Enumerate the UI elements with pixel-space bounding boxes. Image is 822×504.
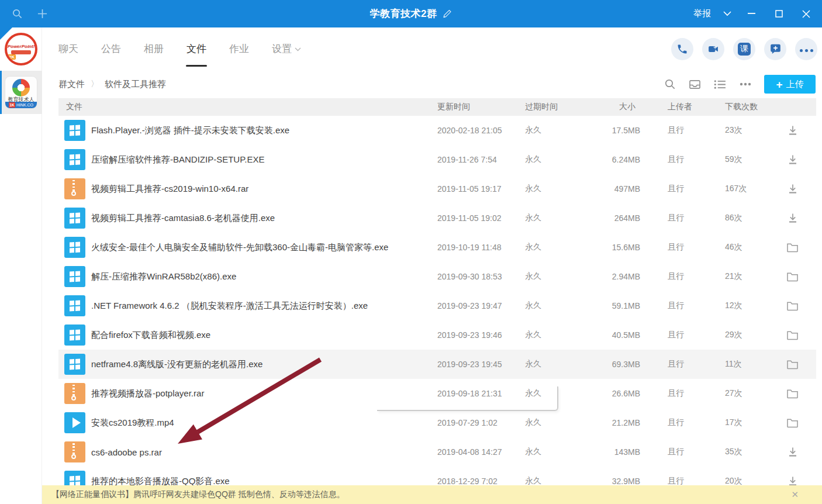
row-action-button[interactable] (786, 386, 800, 401)
avatar1-text: PowerPoint! (8, 44, 35, 49)
breadcrumb-root[interactable]: 群文件 (58, 79, 85, 90)
breadcrumb-current[interactable]: 软件及工具推荐 (105, 79, 166, 90)
maximize-button[interactable] (771, 6, 786, 22)
file-updated-time: 2019-11-05 19:02 (437, 213, 525, 223)
file-download-count: 167次 (704, 184, 762, 194)
table-row[interactable]: 解压-压缩推荐WinRAR58b2(x86).exe 2019-09-30 18… (58, 262, 816, 291)
course-button[interactable]: 课 (733, 38, 755, 60)
banner-close-icon[interactable]: ✕ (791, 489, 799, 500)
tab-settings[interactable]: 设置 (272, 27, 301, 70)
file-download-count: 59次 (704, 154, 762, 165)
file-size: 15.6MB (582, 243, 640, 252)
more-actions-button[interactable] (795, 38, 817, 60)
file-uploader: 且行 (640, 447, 704, 457)
file-name[interactable]: 配合firefox下载音频和视频.exe (91, 330, 437, 341)
row-action-button[interactable] (786, 416, 800, 430)
edit-title-icon[interactable] (442, 9, 452, 19)
folder-icon (786, 417, 799, 428)
sidebar-group-item-1[interactable]: PowerPoint! 2K (0, 27, 42, 71)
list-view-button[interactable] (714, 78, 726, 91)
file-name[interactable]: Flash.Player.-浏览器 插件-提示未安装下载安装.exe (91, 125, 437, 136)
file-updated-time: 2019-09-23 19:47 (437, 301, 525, 310)
more-tools-button[interactable] (739, 78, 751, 91)
file-name[interactable]: 推荐视频播放器-potplayer.rar (91, 388, 437, 399)
folder-icon (786, 242, 799, 253)
sidebar-group-item-2-selected[interactable]: 教育技术人 1K HINK.CO (0, 71, 42, 114)
file-size: 2.94MB (582, 272, 640, 281)
minimize-button[interactable] (744, 6, 759, 22)
report-chevron-down-icon[interactable] (723, 11, 731, 16)
video-call-button[interactable] (702, 38, 724, 60)
row-action-button[interactable] (786, 123, 800, 137)
more-dots-icon (799, 44, 814, 54)
table-row[interactable]: cs6-adoobe ps.rar 2019-04-08 14:27 永久 14… (58, 437, 816, 467)
row-action-button[interactable] (786, 240, 800, 254)
inbox-tray-icon (689, 79, 701, 90)
group-avatar-1: PowerPoint! 2K (5, 33, 37, 65)
group-title: 学教育技术2群 (370, 7, 437, 20)
row-action-button[interactable] (786, 299, 800, 313)
file-expire-time: 永久 (525, 330, 582, 340)
table-row[interactable]: 压缩解压缩软件推荐-BANDIZIP-SETUP.EXE 2019-11-26 … (58, 145, 816, 174)
row-action-button[interactable] (786, 445, 800, 459)
row-action-button[interactable] (786, 270, 800, 284)
table-row[interactable]: 视频剪辑工具推荐-camtasia8.6-老机器使用.exe 2019-11-0… (58, 203, 816, 233)
group-avatar-2: 教育技术人 1K HINK.CO (5, 76, 37, 109)
tab-chat[interactable]: 聊天 (58, 27, 78, 70)
folder-icon (786, 330, 799, 340)
row-action-button[interactable] (786, 182, 800, 196)
table-row[interactable]: .NET Framework 4.6.2 （脱机安装程序-激活工具无法运行时安装… (58, 291, 816, 320)
file-name[interactable]: 火绒安全-最佳个人电脑安全及辅助软件-先卸载360-金山毒霸-电脑管家等.exe (91, 242, 437, 253)
windows-logo-icon (70, 301, 80, 312)
file-type-icon (64, 208, 85, 229)
add-icon[interactable] (37, 8, 48, 19)
table-row[interactable]: netframe4.8离线版-没有更新的老机器用.exe 2019-09-23 … (58, 350, 816, 379)
zip-pull-icon (71, 454, 76, 459)
plus-icon: + (776, 79, 782, 90)
report-button[interactable]: 举报 (693, 8, 711, 19)
row-action-button[interactable] (786, 153, 800, 167)
table-row[interactable]: 配合firefox下载音频和视频.exe 2019-09-23 19:46 永久… (58, 320, 816, 350)
file-expire-time: 永久 (525, 213, 582, 223)
windows-logo-icon (70, 271, 80, 282)
table-row[interactable]: 视频剪辑工具推荐-cs2019-win10-x64.rar 2019-11-05… (58, 174, 816, 203)
folder-icon (786, 388, 799, 399)
voice-call-button[interactable] (671, 38, 693, 60)
file-name[interactable]: 视频剪辑工具推荐-cs2019-win10-x64.rar (91, 184, 437, 195)
settings-chevron-down-icon (295, 47, 301, 51)
tab-homework[interactable]: 作业 (229, 27, 249, 70)
file-name[interactable]: 压缩解压缩软件推荐-BANDIZIP-SETUP.EXE (91, 154, 437, 165)
new-post-button[interactable] (764, 38, 786, 60)
file-size: 26.6MB (582, 389, 640, 398)
breadcrumb: 群文件 〉 软件及工具推荐 (42, 79, 166, 90)
close-button[interactable] (799, 6, 814, 22)
main-content: 聊天 公告 相册 文件 作业 设置 课 (42, 27, 822, 504)
table-row[interactable]: Flash.Player.-浏览器 插件-提示未安装下载安装.exe 2020-… (58, 116, 816, 145)
file-name[interactable]: cs6-adoobe ps.rar (91, 447, 437, 457)
row-action-button[interactable] (786, 328, 800, 342)
table-row[interactable]: 安装cs2019教程.mp4 2019-07-29 1:02 永久 21.2MB… (58, 408, 816, 437)
file-search-button[interactable] (664, 78, 676, 91)
search-icon[interactable] (12, 8, 23, 19)
file-size: 40.5MB (582, 330, 640, 340)
table-row[interactable]: 推荐视频播放器-potplayer.rar 2019-09-18 21:31 永… (58, 379, 816, 408)
file-name[interactable]: 解压-压缩推荐WinRAR58b2(x86).exe (91, 271, 437, 282)
file-name[interactable]: .NET Framework 4.6.2 （脱机安装程序-激活工具无法运行时安装… (91, 301, 437, 312)
header-expire-time: 过期时间 (525, 102, 582, 112)
tab-album[interactable]: 相册 (144, 27, 164, 70)
file-name[interactable]: netframe4.8离线版-没有更新的老机器用.exe (91, 359, 437, 370)
upload-button[interactable]: + 上传 (764, 75, 816, 94)
row-action-button[interactable] (786, 357, 800, 371)
file-updated-time: 2019-07-29 1:02 (437, 418, 525, 427)
row-action-button[interactable] (786, 211, 800, 225)
file-type-icon (64, 354, 85, 375)
table-row[interactable]: 火绒安全-最佳个人电脑安全及辅助软件-先卸载360-金山毒霸-电脑管家等.exe… (58, 233, 816, 262)
file-inbox-button[interactable] (689, 78, 701, 91)
tab-announcement[interactable]: 公告 (101, 27, 121, 70)
file-name[interactable]: 安装cs2019教程.mp4 (91, 417, 437, 429)
file-type-icon (64, 178, 85, 199)
file-name[interactable]: 视频剪辑工具推荐-camtasia8.6-老机器使用.exe (91, 213, 437, 224)
file-size: 69.3MB (582, 360, 640, 369)
tab-files[interactable]: 文件 (186, 27, 206, 70)
download-icon (787, 154, 799, 165)
